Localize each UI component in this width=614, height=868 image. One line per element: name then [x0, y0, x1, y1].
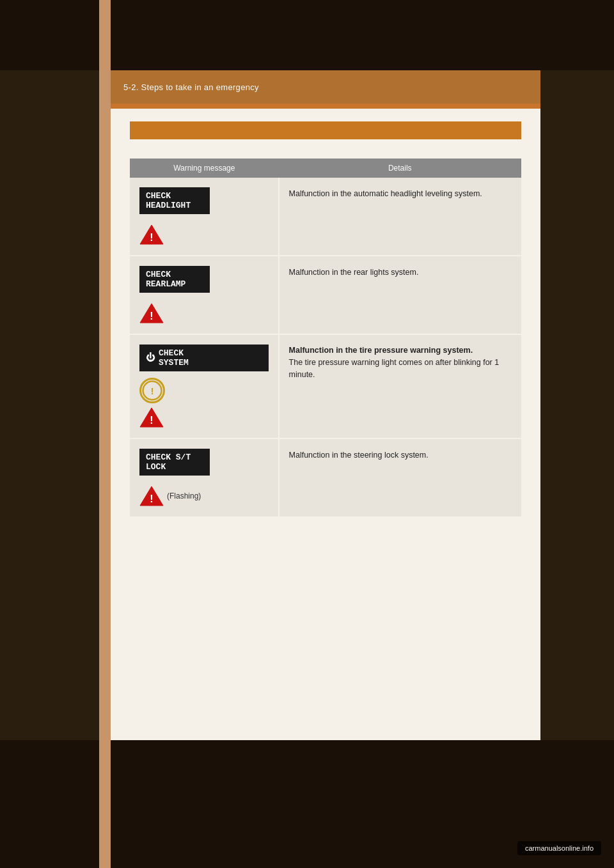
col-warning-header: Warning message — [130, 159, 279, 178]
warning-message-cell: CHECKREARLAMP ! — [130, 256, 279, 334]
svg-text:!: ! — [150, 385, 154, 396]
warning-message-cell: CHECKHEADLIGHT ! — [130, 178, 279, 256]
left-accent-bar — [99, 0, 111, 868]
warning-triangle-icon: ! — [139, 302, 164, 324]
warning-triangle-icon: ! — [139, 224, 164, 245]
headlight-icon-row: ! — [139, 224, 269, 245]
warning-message-cell: ⏻ CHECKSYSTEM ! — [130, 334, 279, 438]
check-system-details: Malfunction in the tire pressure warning… — [289, 345, 512, 380]
flashing-label: (Flashing) — [167, 492, 201, 500]
svg-text:!: ! — [150, 493, 153, 504]
check-system-details-strong: Malfunction in the tire pressure warning… — [289, 346, 473, 355]
svg-text:!: ! — [150, 415, 153, 426]
rearlamp-icon-row: ! — [139, 302, 269, 324]
check-stlock-details: Malfunction in the steering lock system. — [289, 451, 429, 460]
section-header: 5-2. Steps to take in an emergency — [111, 70, 540, 104]
dark-top-border — [0, 0, 614, 70]
check-stlock-label: CHECK S/TLOCK — [139, 449, 210, 476]
warning-triangle-icon: ! — [139, 485, 164, 507]
watermark: carmanualsonline.info — [517, 841, 601, 855]
dark-left-border — [0, 70, 99, 740]
svg-text:!: ! — [150, 311, 153, 322]
accent-bar — [111, 104, 540, 109]
details-cell: Malfunction in the tire pressure warning… — [279, 334, 521, 438]
svg-text:!: ! — [150, 232, 153, 243]
tire-pressure-icon: ! — [139, 378, 165, 403]
table-row: CHECKHEADLIGHT ! Malfunction in the auto… — [130, 178, 521, 256]
check-system-label: ⏻ CHECKSYSTEM — [139, 345, 269, 371]
check-rearlamp-details: Malfunction in the rear lights system. — [289, 268, 419, 277]
highlight-box — [130, 121, 521, 139]
details-cell: Malfunction in the steering lock system. — [279, 438, 521, 517]
watermark-text: carmanualsonline.info — [525, 844, 594, 852]
table-row: CHECKREARLAMP ! Malfunction in the rear … — [130, 256, 521, 334]
table-row: ⏻ CHECKSYSTEM ! — [130, 334, 521, 438]
warning-message-cell: CHECK S/TLOCK ! (Flashing) — [130, 438, 279, 517]
check-headlight-label: CHECKHEADLIGHT — [139, 187, 210, 214]
warning-triangle-icon: ! — [139, 407, 164, 428]
check-headlight-details: Malfunction in the automatic headlight l… — [289, 189, 482, 198]
warning-table: Warning message Details CHECKHEADLIGHT ! — [130, 159, 521, 518]
col-details-header: Details — [279, 159, 521, 178]
section-title: 5-2. Steps to take in an emergency — [123, 82, 259, 92]
stlock-icon-row: ! (Flashing) — [139, 485, 269, 507]
check-rearlamp-label: CHECKREARLAMP — [139, 266, 210, 293]
dark-right-border — [540, 70, 614, 740]
system-icon-row: ! — [139, 378, 269, 403]
details-cell: Malfunction in the automatic headlight l… — [279, 178, 521, 256]
check-system-details-normal: The tire pressure warning light comes on… — [289, 358, 500, 379]
system-triangle-row: ! — [139, 407, 269, 428]
power-icon: ⏻ — [146, 353, 155, 363]
table-row: CHECK S/TLOCK ! (Flashing) Malfunctio — [130, 438, 521, 517]
details-cell: Malfunction in the rear lights system. — [279, 256, 521, 334]
content-area: Warning message Details CHECKHEADLIGHT ! — [111, 109, 540, 740]
